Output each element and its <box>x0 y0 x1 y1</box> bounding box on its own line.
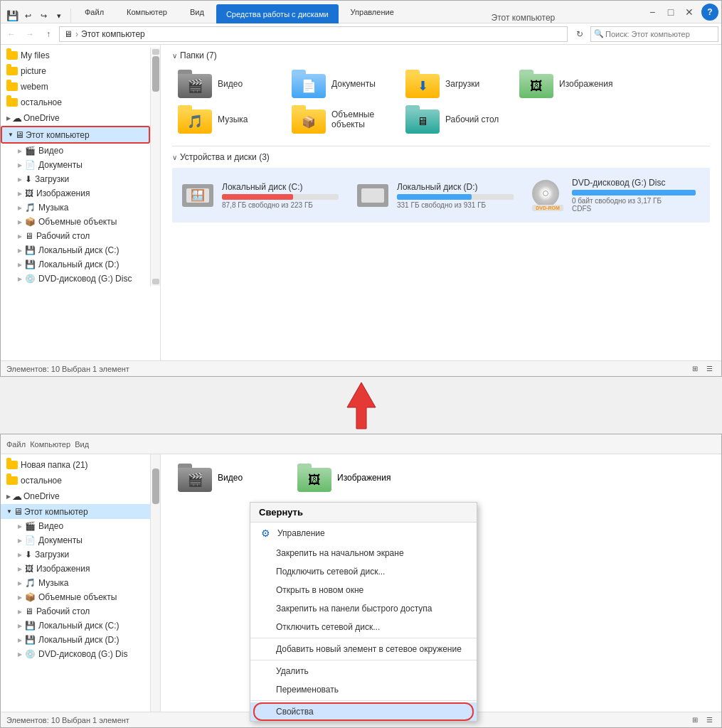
sidebar-scrollbar[interactable] <box>150 48 160 286</box>
sidebar-item-downloads[interactable]: ▶ ⬇ Загрузки <box>1 172 150 186</box>
down-arrow-svg <box>333 379 390 432</box>
folder-3d[interactable]: 📦 Объемные объекты <box>286 102 400 137</box>
search-input[interactable] <box>605 30 705 38</box>
undo-btn[interactable]: ↩ <box>21 9 35 23</box>
bottom-sidebar-item-cdrive[interactable]: ▶ 💾 Локальный диск (C:) <box>1 619 160 633</box>
bottom-sidebar-item-downloads[interactable]: ▶ ⬇ Загрузки <box>1 547 160 562</box>
redo-btn[interactable]: ↪ <box>36 9 51 23</box>
sidebar-item-video[interactable]: ▶ 🎬 Видео <box>1 144 150 158</box>
folder-music[interactable]: 🎵 Музыка <box>172 102 286 137</box>
cm-item-disconnect-drive[interactable]: Отключить сетевой диск... <box>250 618 477 636</box>
device-d-drive[interactable]: Локальный диск (D:) 331 ГБ свободно из 9… <box>353 173 516 217</box>
sidebar-item-images[interactable]: ▶ 🖼 Изображения <box>1 186 150 200</box>
bottom-view-list[interactable]: ☰ <box>703 714 716 727</box>
bottom-sidebar-item-ddrive[interactable]: ▶ 💾 Локальный диск (D:) <box>1 633 160 647</box>
sidebar-item-ddrive[interactable]: ▶ 💾 Локальный диск (D:) <box>1 257 150 272</box>
cm-divider-2 <box>250 660 477 660</box>
dvd-device-icon: DVD-ROM <box>531 183 565 208</box>
device-dvd[interactable]: DVD-ROM DVD-дисковод (G:) Disc 0 байт св… <box>528 173 699 217</box>
sidebar-item-music[interactable]: ▶ 🎵 Музыка <box>1 200 150 215</box>
view-list[interactable]: ☰ <box>703 363 716 375</box>
bottom-sidebar-scrollbar[interactable] <box>150 454 160 712</box>
search-box[interactable]: 🔍 <box>590 26 718 42</box>
maximize-btn[interactable]: □ <box>662 4 680 20</box>
sidebar-item-dvd[interactable]: ▶ 💿 DVD-дисковод (G:) Disc <box>1 272 150 286</box>
cm-connect-drive-label: Подключить сетевой диск... <box>276 567 385 577</box>
cm-item-open-new-window[interactable]: Открыть в новом окне <box>250 581 477 599</box>
close-btn[interactable]: ✕ <box>680 4 699 20</box>
folder-images[interactable]: 🖼 Изображения <box>514 66 627 102</box>
tab-disk-tools[interactable]: Средства работы с дисками <box>216 4 339 23</box>
bottom-sidebar-item-dvd[interactable]: ▶ 💿 DVD-дисковод (G:) Dis <box>1 647 160 661</box>
sidebar-item-myfiles[interactable]: My files <box>1 48 150 63</box>
sidebar-item-thispc[interactable]: ▼ 🖥 Этот компьютер <box>1 126 150 144</box>
tab-view[interactable]: Вид <box>179 1 215 23</box>
bottom-sidebar-item-ostalnoe[interactable]: остальное <box>1 473 160 488</box>
cm-open-new-window-label: Открыть в новом окне <box>276 585 363 595</box>
sidebar-item-picture[interactable]: picture <box>1 63 150 79</box>
sidebar-item-3d[interactable]: ▶ 📦 Объемные объекты <box>1 215 150 229</box>
tab-file[interactable]: Файл <box>74 1 115 23</box>
cm-item-manage[interactable]: ⚙ Управление <box>250 523 477 544</box>
tab-computer[interactable]: Компьютер <box>116 1 178 23</box>
bottom-sidebar-item-thispc[interactable]: ▼ 🖥 Этот компьютер <box>1 504 160 519</box>
cm-item-rename[interactable]: Переименовать <box>250 680 477 699</box>
sidebar-item-ostalnoe[interactable]: остальное <box>1 95 150 110</box>
folder-downloads[interactable]: ⬇ Загрузки <box>400 66 514 102</box>
minimize-btn[interactable]: − <box>643 4 662 20</box>
tab-manage[interactable]: Управление <box>340 1 405 23</box>
d-drive-info: Локальный диск (D:) 331 ГБ свободно из 9… <box>397 182 514 209</box>
sidebar-label-images: Изображения <box>36 188 90 198</box>
address-bar: ← → ↑ 🖥 › Этот компьютер ↻ 🔍 <box>1 23 721 45</box>
cm-item-connect-drive[interactable]: Подключить сетевой диск... <box>250 562 477 581</box>
cm-item-pin-toolbar[interactable]: Закрепить на панели быстрого доступа <box>250 599 477 618</box>
bottom-sidebar-item-newfolder[interactable]: Новая папка (21) <box>1 457 160 473</box>
bottom-sidebar-item-music[interactable]: ▶ 🎵 Музыка <box>1 576 160 590</box>
bottom-folder-video[interactable]: 🎬 Видео <box>172 460 286 496</box>
d-drive-size: 331 ГБ свободно из 931 ГБ <box>397 201 514 209</box>
folder-desktop[interactable]: 🖥 Рабочий стол <box>400 102 514 137</box>
folder-docs[interactable]: 📄 Документы <box>286 66 400 102</box>
sidebar-item-onedrive[interactable]: ▶ ☁ OneDrive <box>1 110 150 126</box>
sidebar-label-3d: Объемные объекты <box>38 217 117 227</box>
ostalnoe-icon-b <box>6 475 18 486</box>
sidebar-item-desktop[interactable]: ▶ 🖥 Рабочий стол <box>1 229 150 243</box>
expand-thispc: ▼ <box>8 132 14 138</box>
sidebar-label-myfiles: My files <box>21 50 50 60</box>
sidebar-item-cdrive[interactable]: ▶ 💾 Локальный диск (C:) <box>1 243 150 257</box>
desktop-icon: 🖥 <box>25 231 33 241</box>
thispc-icon-b: 🖥 <box>14 506 23 517</box>
forward-btn[interactable]: → <box>22 26 38 42</box>
video-icon-b: 🎬 <box>25 521 36 531</box>
desktop-icon-b: 🖥 <box>25 606 33 616</box>
up-btn[interactable]: ↑ <box>41 26 56 42</box>
bottom-sidebar-item-3d[interactable]: ▶ 📦 Объемные объекты <box>1 590 160 604</box>
address-input[interactable]: 🖥 › Этот компьютер <box>59 26 568 42</box>
cm-item-add-network[interactable]: Добавить новый элемент в сетевое окружен… <box>250 640 477 658</box>
help-btn[interactable]: ? <box>701 4 718 21</box>
qt-dropdown[interactable]: ▾ <box>52 9 66 23</box>
back-btn[interactable]: ← <box>4 26 19 42</box>
cm-item-pin-start[interactable]: Закрепить на начальном экране <box>250 544 477 562</box>
cm-item-delete[interactable]: Удалить <box>250 662 477 680</box>
bottom-folder-images[interactable]: 🖼 Изображения <box>292 460 405 496</box>
folder-icon-picture <box>6 65 18 77</box>
bottom-sidebar-item-onedrive[interactable]: ▶ ☁ OneDrive <box>1 488 160 504</box>
bottom-sidebar-item-images[interactable]: ▶ 🖼 Изображения <box>1 562 160 576</box>
device-c-drive[interactable]: 🪟 Локальный диск (C:) 87,8 ГБ свободно и… <box>178 173 341 217</box>
bottom-sidebar-label-onedrive: OneDrive <box>23 491 60 501</box>
view-large-icon[interactable]: ⊞ <box>689 363 701 375</box>
sidebar-item-webem[interactable]: webem <box>1 79 150 95</box>
bottom-view-large-icon[interactable]: ⊞ <box>689 714 701 727</box>
window-title-text: Этот компьютер <box>406 13 640 23</box>
folder-video[interactable]: 🎬 Видео <box>172 66 286 102</box>
bottom-sidebar-item-video[interactable]: ▶ 🎬 Видео <box>1 519 160 533</box>
bottom-sidebar-item-docs[interactable]: ▶ 📄 Документы <box>1 533 160 547</box>
save-btn[interactable]: 💾 <box>5 9 19 23</box>
sidebar-label-desktop: Рабочий стол <box>36 231 90 241</box>
cm-disconnect-drive-label: Отключить сетевой диск... <box>276 622 380 632</box>
cm-item-properties[interactable]: Свойства <box>250 702 477 712</box>
refresh-btn[interactable]: ↻ <box>572 26 588 42</box>
sidebar-item-docs[interactable]: ▶ 📄 Документы <box>1 158 150 172</box>
bottom-sidebar-item-desktop[interactable]: ▶ 🖥 Рабочий стол <box>1 604 160 619</box>
